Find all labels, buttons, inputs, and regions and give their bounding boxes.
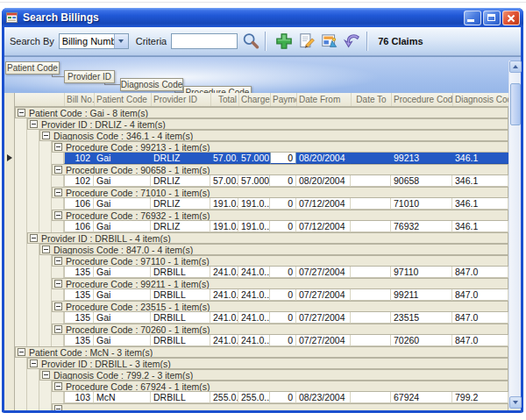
collapse-icon[interactable] [18,109,25,117]
group-band[interactable]: Procedure Code : 70260 - 1 item(s) [52,324,508,335]
group-row[interactable] [15,403,508,410]
table-row[interactable]: 135GaiDRBILL241.0...241.0...007/27/20049… [15,267,508,278]
cell-charges[interactable]: 57.0000 [238,153,270,164]
report-button[interactable] [320,32,339,51]
minimize-button[interactable] [464,11,481,25]
cell-payment[interactable]: 0 [270,335,296,346]
group-band[interactable]: Procedure Code : 97110 - 1 item(s) [52,255,508,267]
cell-charges[interactable]: 241.0... [238,267,270,278]
scroll-down-button[interactable] [509,396,522,409]
cell-provider[interactable]: DRLIZ [151,153,210,164]
search-by-select[interactable]: Billing Number [59,33,129,49]
cell-charges[interactable]: 255.0... [238,392,270,403]
group-band[interactable]: Procedure Code : 99213 - 1 item(s) [52,141,508,153]
cell-charges[interactable]: 241.0... [238,289,270,301]
cell-total[interactable]: 241.0... [210,289,238,301]
group-row[interactable]: Diagnosis Code : 346.1 - 4 item(s) [15,130,508,141]
cell-date_from[interactable]: 08/20/2004 [296,153,351,164]
undo-button[interactable] [343,32,362,51]
cell-date_to[interactable] [351,153,391,164]
collapse-icon[interactable] [54,211,62,219]
cell-date_to[interactable] [351,289,391,301]
group-band[interactable]: Provider ID : DRBILL - 3 item(s) [27,358,508,369]
group-band[interactable]: Diagnosis Code : 799.2 - 3 item(s) [39,369,508,381]
cell-payment[interactable]: 0 [270,312,296,324]
collapse-icon[interactable] [30,120,38,128]
cell-diagnosis[interactable]: 847.0 [452,312,508,324]
group-band[interactable]: Provider ID : DRBILL - 4 item(s) [27,232,508,244]
cell-patient[interactable]: Gai [94,267,151,278]
column-header-date_to[interactable]: Date To [351,93,391,106]
cell-provider[interactable]: DRBILL [151,289,210,301]
scrollbar-thumb[interactable] [510,83,521,125]
cell-charges[interactable]: 241.0... [238,335,270,346]
collapse-icon[interactable] [42,246,50,253]
group-band[interactable]: Diagnosis Code : 346.1 - 4 item(s) [39,130,508,141]
cell-provider[interactable]: DRLIZ [151,221,210,232]
group-row[interactable]: Provider ID : DRBILL - 4 item(s) [15,232,508,244]
cell-provider[interactable]: DRBILL [151,312,210,324]
group-row[interactable]: Procedure Code : 90658 - 1 item(s) [15,164,508,175]
column-header-payment[interactable]: Payme... [270,93,296,106]
title-bar[interactable]: Search Billings [2,8,523,27]
cell-date_from[interactable]: 07/27/2004 [296,312,351,324]
table-row[interactable]: 103McNDRBILL255.0...255.0...008/23/20046… [15,392,508,403]
table-row[interactable]: 135GaiDRBILL241.0...241.0...007/27/20049… [15,289,508,301]
scroll-up-button[interactable] [509,61,522,73]
cell-bill[interactable]: 102 [64,175,94,187]
group-band[interactable]: Procedure Code : 99211 - 1 item(s) [52,278,508,289]
cell-payment[interactable]: 0 [270,392,296,403]
criteria-input[interactable] [171,33,238,49]
cell-total[interactable]: 241.0... [210,335,238,346]
group-row[interactable]: Procedure Code : 67924 - 1 item(s) [15,381,508,392]
cell-bill[interactable]: 135 [64,289,94,301]
cell-bill[interactable]: 106 [64,221,94,232]
cell-diagnosis[interactable]: 346.1 [452,221,508,232]
cell-patient[interactable]: Gai [94,221,151,232]
column-header-date_from[interactable]: Date From [296,93,351,106]
search-by-dropdown-button[interactable] [114,34,128,48]
cell-total[interactable]: 241.0... [210,267,238,278]
cell-date_from[interactable]: 08/23/2004 [296,392,351,403]
group-row[interactable]: Patient Code : McN - 3 item(s) [15,346,508,358]
cell-procedure[interactable]: 90658 [391,175,452,187]
collapse-icon[interactable] [54,280,62,288]
cell-payment[interactable]: 0 [270,175,296,187]
cell-charges[interactable]: 57.0000 [238,175,270,187]
cell-payment[interactable]: 0 [270,289,296,301]
cell-patient[interactable]: Gai [94,153,151,164]
group-chip-provider-id[interactable]: Provider ID [64,70,115,83]
group-row[interactable]: Patient Code : Gai - 8 item(s) [15,107,508,118]
cell-bill[interactable]: 103 [64,392,94,403]
collapse-icon[interactable] [30,359,38,367]
group-band[interactable]: Procedure Code : 76932 - 1 item(s) [52,210,508,221]
cell-patient[interactable]: Gai [94,335,151,346]
cell-bill[interactable]: 135 [64,312,94,324]
cell-patient[interactable]: Gai [94,312,151,324]
cell-date_from[interactable]: 07/12/2004 [296,221,351,232]
group-chip-diagnosis-code[interactable]: Diagnosis Code [120,78,183,91]
cell-diagnosis[interactable]: 346.1 [452,153,508,164]
table-row[interactable]: 102GaiDRLIZ57.00...57.0000008/20/2004906… [15,175,508,187]
cell-diagnosis[interactable]: 847.0 [452,289,508,301]
cell-diagnosis[interactable]: 346.1 [452,175,508,187]
group-band[interactable] [52,403,508,410]
cell-total[interactable]: 191.0... [210,221,238,232]
collapse-icon[interactable] [54,189,62,196]
cell-date_from[interactable]: 07/27/2004 [296,267,351,278]
cell-diagnosis[interactable]: 799.2 [452,392,508,403]
group-band[interactable]: Procedure Code : 67924 - 1 item(s) [52,381,508,392]
collapse-icon[interactable] [54,166,62,174]
cell-provider[interactable]: DRLIZ [151,198,210,210]
group-band[interactable]: Patient Code : McN - 3 item(s) [15,346,508,358]
cell-diagnosis[interactable]: 847.0 [452,335,508,346]
group-row[interactable]: Procedure Code : 99213 - 1 item(s) [15,141,508,153]
cell-procedure[interactable]: 67924 [391,392,452,403]
cell-payment[interactable]: 0 [270,267,296,278]
table-row[interactable]: 135GaiDRBILL241.0...241.0...007/27/20047… [15,335,508,346]
group-row[interactable]: Procedure Code : 99211 - 1 item(s) [15,278,508,289]
group-row[interactable]: Provider ID : DRLIZ - 4 item(s) [15,118,508,130]
vertical-scrollbar[interactable] [508,61,521,409]
cell-total[interactable]: 57.00... [210,175,238,187]
cell-date_to[interactable] [351,267,391,278]
